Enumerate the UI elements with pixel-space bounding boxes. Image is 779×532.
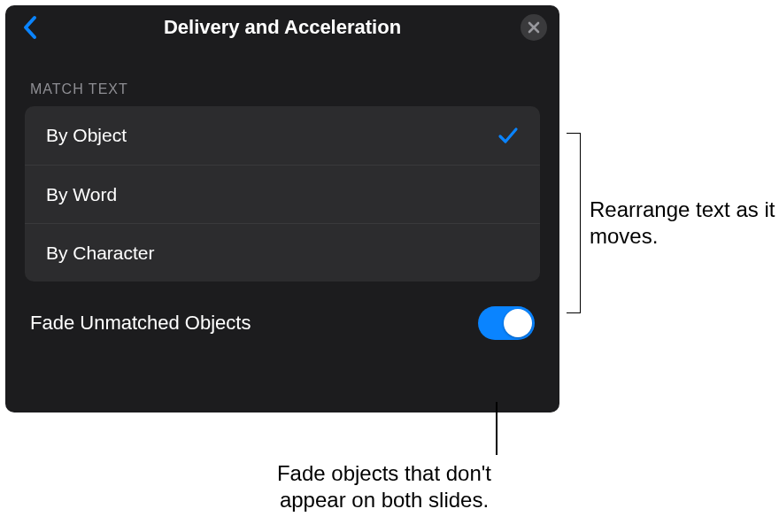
callout-rearrange-text: Rearrange text as it moves. xyxy=(590,197,779,250)
match-text-option-by-word[interactable]: By Word xyxy=(25,165,540,223)
option-label: By Object xyxy=(46,125,127,146)
option-label: By Character xyxy=(46,243,155,264)
close-icon xyxy=(528,21,540,34)
chevron-left-icon xyxy=(22,14,40,41)
checkmark-icon xyxy=(497,125,519,146)
match-text-option-by-character[interactable]: By Character xyxy=(25,223,540,281)
callout-line xyxy=(496,402,497,455)
toggle-knob xyxy=(504,309,532,337)
match-text-section-header: MATCH TEXT xyxy=(5,50,559,106)
callout-fade-text: Fade objects that don't appear on both s… xyxy=(243,460,526,513)
callout-bracket xyxy=(567,133,581,313)
back-button[interactable] xyxy=(18,14,44,41)
fade-unmatched-toggle[interactable] xyxy=(478,306,535,340)
fade-unmatched-row: Fade Unmatched Objects xyxy=(5,281,559,340)
fade-unmatched-label: Fade Unmatched Objects xyxy=(30,312,251,335)
settings-panel: Delivery and Acceleration MATCH TEXT By … xyxy=(5,5,559,412)
panel-title: Delivery and Acceleration xyxy=(164,16,401,39)
panel-header: Delivery and Acceleration xyxy=(5,5,559,50)
match-text-list: By Object By Word By Character xyxy=(25,106,540,281)
match-text-option-by-object[interactable]: By Object xyxy=(25,106,540,165)
close-button[interactable] xyxy=(521,14,547,41)
option-label: By Word xyxy=(46,184,117,205)
